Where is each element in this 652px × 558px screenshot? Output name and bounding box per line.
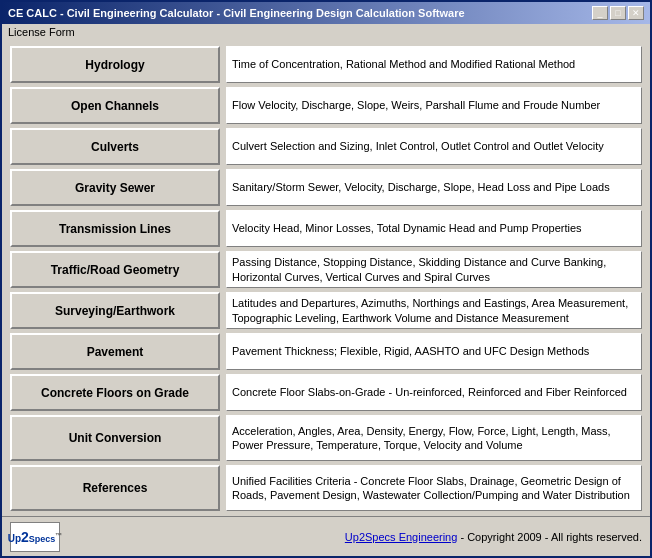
main-window: CE CALC - Civil Engineering Calculator -… <box>0 0 652 558</box>
nav-row: Open ChannelsFlow Velocity, Discharge, S… <box>10 87 642 124</box>
logo-2-text: 2 <box>21 529 29 545</box>
logo-up-text: Up <box>8 533 21 544</box>
menu-bar: License Form <box>2 24 650 40</box>
desc-cell: Flow Velocity, Discharge, Slope, Weirs, … <box>226 87 642 124</box>
desc-cell: Culvert Selection and Sizing, Inlet Cont… <box>226 128 642 165</box>
desc-text: Time of Concentration, Rational Method a… <box>232 57 575 71</box>
logo-tm: ™ <box>55 531 62 538</box>
desc-text: Unified Facilities Criteria - Concrete F… <box>232 474 636 503</box>
nav-button-concrete-floors-on-grade[interactable]: Concrete Floors on Grade <box>10 374 220 411</box>
desc-text: Velocity Head, Minor Losses, Total Dynam… <box>232 221 582 235</box>
nav-button-unit-conversion[interactable]: Unit Conversion <box>10 415 220 461</box>
btn-cell: Culverts <box>10 128 220 165</box>
desc-text: Pavement Thickness; Flexible, Rigid, AAS… <box>232 344 589 358</box>
nav-button-open-channels[interactable]: Open Channels <box>10 87 220 124</box>
nav-button-hydrology[interactable]: Hydrology <box>10 46 220 83</box>
nav-row: HydrologyTime of Concentration, Rational… <box>10 46 642 83</box>
desc-text: Acceleration, Angles, Area, Density, Ene… <box>232 424 636 453</box>
btn-cell: Gravity Sewer <box>10 169 220 206</box>
nav-row: Concrete Floors on GradeConcrete Floor S… <box>10 374 642 411</box>
window-controls: _ □ ✕ <box>592 6 644 20</box>
desc-cell: Sanitary/Storm Sewer, Velocity, Discharg… <box>226 169 642 206</box>
desc-text: Latitudes and Departures, Azimuths, Nort… <box>232 296 636 325</box>
nav-row: ReferencesUnified Facilities Criteria - … <box>10 465 642 511</box>
nav-row: CulvertsCulvert Selection and Sizing, In… <box>10 128 642 165</box>
desc-text: Passing Distance, Stopping Distance, Ski… <box>232 255 636 284</box>
btn-cell: Traffic/Road Geometry <box>10 251 220 288</box>
nav-button-references[interactable]: References <box>10 465 220 511</box>
nav-row: PavementPavement Thickness; Flexible, Ri… <box>10 333 642 370</box>
btn-cell: Concrete Floors on Grade <box>10 374 220 411</box>
nav-row: Unit ConversionAcceleration, Angles, Are… <box>10 415 642 461</box>
footer-info: Up2Specs Engineering - Copyright 2009 - … <box>345 530 642 544</box>
btn-cell: Hydrology <box>10 46 220 83</box>
logo-specs-text: Specs <box>29 534 56 544</box>
nav-button-gravity-sewer[interactable]: Gravity Sewer <box>10 169 220 206</box>
nav-button-transmission-lines[interactable]: Transmission Lines <box>10 210 220 247</box>
nav-row: Surveying/EarthworkLatitudes and Departu… <box>10 292 642 329</box>
desc-cell: Latitudes and Departures, Azimuths, Nort… <box>226 292 642 329</box>
footer-link[interactable]: Up2Specs Engineering <box>345 531 458 543</box>
logo-area: Up2Specs™ <box>10 522 60 552</box>
footer: Up2Specs™ Up2Specs Engineering - Copyrig… <box>2 516 650 556</box>
desc-cell: Unified Facilities Criteria - Concrete F… <box>226 465 642 511</box>
nav-button-traffic-road-geometry[interactable]: Traffic/Road Geometry <box>10 251 220 288</box>
desc-text: Culvert Selection and Sizing, Inlet Cont… <box>232 139 604 153</box>
desc-text: Flow Velocity, Discharge, Slope, Weirs, … <box>232 98 600 112</box>
nav-button-pavement[interactable]: Pavement <box>10 333 220 370</box>
nav-button-culverts[interactable]: Culverts <box>10 128 220 165</box>
btn-cell: Surveying/Earthwork <box>10 292 220 329</box>
logo: Up2Specs™ <box>10 522 60 552</box>
nav-row: Traffic/Road GeometryPassing Distance, S… <box>10 251 642 288</box>
title-bar: CE CALC - Civil Engineering Calculator -… <box>2 2 650 24</box>
logo-text: Up2Specs™ <box>8 529 63 545</box>
nav-row: Gravity SewerSanitary/Storm Sewer, Veloc… <box>10 169 642 206</box>
menu-license: License Form <box>8 26 75 38</box>
desc-text: Sanitary/Storm Sewer, Velocity, Discharg… <box>232 180 610 194</box>
desc-cell: Passing Distance, Stopping Distance, Ski… <box>226 251 642 288</box>
desc-cell: Time of Concentration, Rational Method a… <box>226 46 642 83</box>
btn-cell: Open Channels <box>10 87 220 124</box>
main-content: HydrologyTime of Concentration, Rational… <box>2 40 650 516</box>
nav-button-surveying-earthwork[interactable]: Surveying/Earthwork <box>10 292 220 329</box>
desc-cell: Acceleration, Angles, Area, Density, Ene… <box>226 415 642 461</box>
nav-row: Transmission LinesVelocity Head, Minor L… <box>10 210 642 247</box>
maximize-button[interactable]: □ <box>610 6 626 20</box>
btn-cell: References <box>10 465 220 511</box>
desc-cell: Velocity Head, Minor Losses, Total Dynam… <box>226 210 642 247</box>
btn-cell: Unit Conversion <box>10 415 220 461</box>
btn-cell: Pavement <box>10 333 220 370</box>
close-button[interactable]: ✕ <box>628 6 644 20</box>
desc-cell: Concrete Floor Slabs-on-Grade - Un-reinf… <box>226 374 642 411</box>
desc-cell: Pavement Thickness; Flexible, Rigid, AAS… <box>226 333 642 370</box>
desc-text: Concrete Floor Slabs-on-Grade - Un-reinf… <box>232 385 627 399</box>
window-title: CE CALC - Civil Engineering Calculator -… <box>8 7 465 19</box>
minimize-button[interactable]: _ <box>592 6 608 20</box>
btn-cell: Transmission Lines <box>10 210 220 247</box>
footer-copyright: - Copyright 2009 - All rights reserved. <box>457 531 642 543</box>
